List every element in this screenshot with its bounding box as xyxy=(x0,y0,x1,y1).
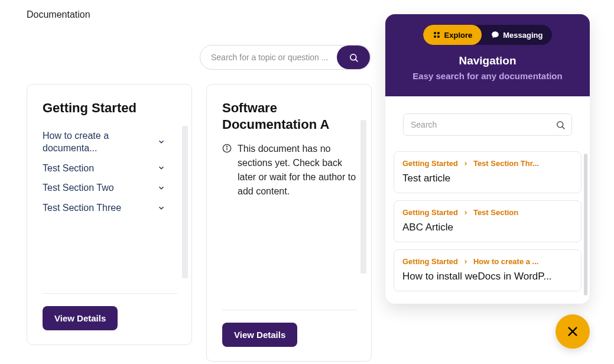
tab-label: Explore xyxy=(444,31,473,40)
main-search-input[interactable] xyxy=(211,53,337,62)
section-item[interactable]: Test Section xyxy=(43,158,165,178)
close-widget-button[interactable] xyxy=(555,314,590,349)
scrollbar[interactable] xyxy=(182,126,188,278)
tab-explore[interactable]: Explore xyxy=(423,25,482,45)
crumb: How to create a ... xyxy=(473,257,539,266)
result-item[interactable]: Getting Started Test Section ABC Article xyxy=(394,200,581,242)
widget-search-input[interactable] xyxy=(411,120,555,129)
page-title: Documentation xyxy=(27,9,90,20)
chevron-down-icon xyxy=(157,164,165,172)
section-label: Test Section Three xyxy=(43,202,121,214)
crumb: Getting Started xyxy=(402,159,458,168)
crumb: Test Section xyxy=(473,208,518,217)
widget-subtitle: Easy search for any documentation xyxy=(412,71,562,81)
section-item[interactable]: How to create a documenta... xyxy=(43,126,165,158)
section-label: Test Section xyxy=(43,162,94,175)
svg-line-6 xyxy=(562,126,564,128)
close-icon xyxy=(566,325,579,338)
result-item[interactable]: Getting Started Test Section Thr... Test… xyxy=(394,151,581,193)
section-item[interactable]: Test Section Two xyxy=(43,178,165,198)
result-item[interactable]: Getting Started How to create a ... How … xyxy=(394,249,581,291)
view-details-button[interactable]: View Details xyxy=(222,323,297,347)
section-label: Test Section Two xyxy=(43,181,114,194)
tab-messaging[interactable]: Messaging xyxy=(482,25,552,45)
search-icon xyxy=(349,53,359,63)
doc-card-software-a: Software Documentation A This document h… xyxy=(206,84,372,362)
card-title: Software Documentation A xyxy=(222,100,357,132)
empty-message: This document has no sections yet. Check… xyxy=(238,142,357,199)
info-icon xyxy=(222,143,232,199)
divider xyxy=(222,310,357,310)
main-search[interactable] xyxy=(200,45,371,70)
widget-results: Getting Started Test Section Thr... Test… xyxy=(385,151,590,304)
chevron-right-icon xyxy=(463,210,469,216)
breadcrumb: Getting Started How to create a ... xyxy=(402,257,573,266)
svg-line-1 xyxy=(355,59,357,61)
section-item[interactable]: Test Section Three xyxy=(43,198,165,218)
chevron-down-icon xyxy=(157,138,165,146)
chevron-down-icon xyxy=(157,184,165,192)
widget-tabs: Explore Messaging xyxy=(423,25,553,45)
section-list: How to create a documenta... Test Sectio… xyxy=(43,126,177,218)
chevron-right-icon xyxy=(463,259,469,265)
scrollbar[interactable] xyxy=(584,154,587,295)
help-widget: Explore Messaging Navigation Easy search… xyxy=(385,14,590,304)
result-title: Test article xyxy=(402,173,573,184)
crumb: Getting Started xyxy=(402,257,458,266)
chevron-right-icon xyxy=(463,161,469,167)
result-title: ABC Article xyxy=(402,222,573,233)
main-search-button[interactable] xyxy=(337,46,370,69)
svg-point-4 xyxy=(226,146,227,147)
tab-label: Messaging xyxy=(503,31,542,40)
search-icon xyxy=(555,120,566,130)
breadcrumb: Getting Started Test Section xyxy=(402,208,573,217)
explore-icon xyxy=(433,31,441,39)
crumb: Getting Started xyxy=(402,208,458,217)
result-title: How to install weDocs in WordP... xyxy=(402,271,573,282)
view-details-button[interactable]: View Details xyxy=(43,306,118,330)
messaging-icon xyxy=(491,31,499,39)
section-label: How to create a documenta... xyxy=(43,129,143,155)
widget-search[interactable] xyxy=(403,113,572,136)
breadcrumb: Getting Started Test Section Thr... xyxy=(402,159,573,168)
divider xyxy=(43,293,177,294)
widget-header: Explore Messaging Navigation Easy search… xyxy=(385,14,590,96)
doc-card-getting-started: Getting Started How to create a document… xyxy=(27,84,192,345)
card-title: Getting Started xyxy=(43,100,177,116)
empty-state: This document has no sections yet. Check… xyxy=(222,142,357,199)
widget-title: Navigation xyxy=(459,54,516,67)
scrollbar[interactable] xyxy=(360,120,366,274)
chevron-down-icon xyxy=(157,204,165,212)
crumb: Test Section Thr... xyxy=(473,159,539,168)
